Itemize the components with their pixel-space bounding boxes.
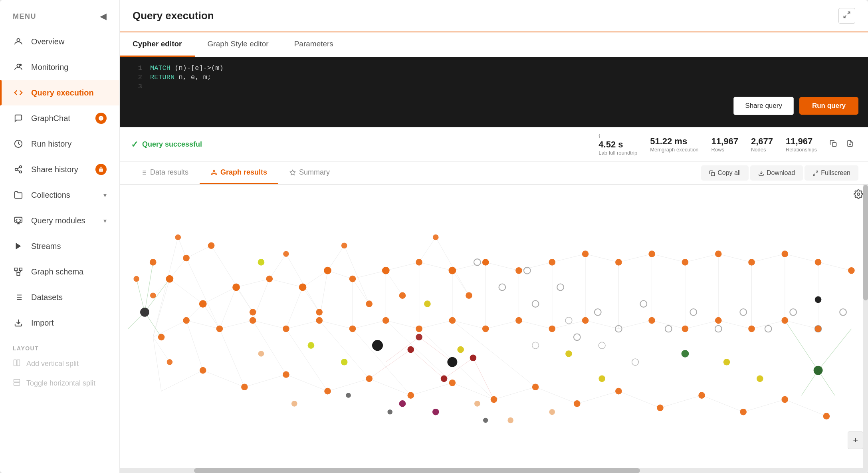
metric-rows: 11,967 Rows (711, 136, 738, 153)
tab-summary[interactable]: Summary (278, 162, 341, 184)
sidebar-item-import[interactable]: Import (0, 310, 119, 336)
svg-point-266 (748, 259, 755, 266)
svg-point-213 (407, 346, 414, 353)
metric-nodes: 2,677 Nodes (751, 136, 773, 153)
sidebar-item-overview[interactable]: Overview (0, 29, 119, 54)
sidebar-item-query-execution[interactable]: Query execution (0, 80, 119, 105)
svg-rect-22 (14, 360, 17, 366)
query-execution-icon (13, 87, 24, 98)
svg-point-4 (20, 166, 22, 168)
svg-point-249 (532, 384, 539, 390)
graph-zoom-button[interactable]: + (848, 431, 863, 449)
svg-point-173 (166, 275, 174, 283)
svg-line-26 (848, 12, 850, 14)
svg-point-280 (757, 376, 763, 382)
svg-point-193 (283, 326, 289, 332)
graph-visualization (120, 185, 868, 473)
svg-point-176 (175, 235, 181, 240)
svg-point-251 (549, 326, 555, 332)
sidebar-item-run-history[interactable]: Run history (0, 131, 119, 157)
metric-label-memgraph: Memgraph execution (650, 147, 698, 153)
svg-point-260 (682, 259, 689, 266)
sidebar-item-query-modules[interactable]: Query modules ▾ (0, 208, 119, 233)
sidebar-item-streams[interactable]: Streams (0, 233, 119, 259)
sidebar-item-label-share-history: Share history (31, 165, 95, 174)
sidebar-collapse-button[interactable]: ◀ (100, 11, 107, 22)
svg-point-248 (515, 317, 522, 324)
tab-graph-results[interactable]: Graph results (200, 162, 278, 184)
fullscreen-graph-button[interactable]: Fullscreen (805, 165, 858, 181)
share-query-button[interactable]: Share query (733, 97, 794, 115)
graphchat-icon (13, 113, 24, 124)
layout-toggle-horizontal-split[interactable]: Toggle horizontal split (0, 374, 119, 393)
svg-point-263 (715, 250, 722, 257)
svg-rect-45 (711, 172, 715, 175)
metric-value-nodes: 2,677 (751, 136, 773, 147)
svg-point-212 (407, 392, 414, 399)
add-vertical-split-icon (13, 359, 21, 369)
svg-point-255 (615, 259, 622, 266)
tab-cypher-editor[interactable]: Cypher editor (120, 32, 195, 57)
status-bar: ✓ Query successful ℹ 4.52 s Lab full rou… (120, 127, 868, 162)
svg-point-253 (582, 250, 589, 257)
svg-rect-13 (17, 273, 20, 275)
metric-value-relationships: 11,967 (786, 136, 813, 147)
graph-scrollbar-vertical[interactable] (863, 185, 868, 473)
svg-point-211 (399, 292, 406, 299)
metric-label-roundtrip: Lab full roundtrip (598, 150, 637, 156)
results-tab-actions: Copy all Download Fullscreen (701, 165, 858, 181)
sidebar-item-graphchat[interactable]: GraphChat (0, 105, 119, 131)
svg-point-267 (748, 326, 755, 332)
svg-rect-49 (120, 204, 868, 454)
svg-point-186 (167, 359, 173, 365)
svg-point-264 (715, 317, 722, 324)
collections-icon (13, 189, 24, 201)
streams-icon (13, 240, 24, 252)
svg-rect-28 (832, 143, 836, 147)
fullscreen-button[interactable] (838, 8, 855, 24)
sidebar-item-label-graphchat: GraphChat (31, 114, 95, 123)
svg-point-261 (682, 326, 689, 332)
run-query-button[interactable]: Run query (799, 97, 858, 115)
sidebar-item-monitoring[interactable]: Monitoring (0, 54, 119, 80)
tab-data-results[interactable]: Data results (129, 162, 200, 184)
svg-point-1 (17, 64, 20, 67)
layout-add-vertical-split[interactable]: Add vertical split (0, 354, 119, 374)
svg-point-265 (740, 409, 747, 415)
download-button[interactable]: Download (750, 165, 803, 181)
tab-graph-style-editor[interactable]: Graph Style editor (195, 32, 281, 57)
sidebar-item-graph-schema[interactable]: Graph schema (0, 259, 119, 284)
sidebar-item-label-streams: Streams (31, 242, 107, 251)
sidebar-item-datasets[interactable]: Datasets (0, 284, 119, 310)
download-label: Download (767, 169, 795, 177)
graph-scrollbar-horizontal[interactable] (120, 468, 863, 473)
svg-point-200 (341, 359, 348, 366)
svg-point-262 (698, 392, 705, 399)
graph-canvas[interactable]: + (120, 185, 868, 473)
svg-rect-24 (14, 380, 20, 382)
share-history-icon (13, 164, 24, 175)
svg-point-196 (316, 309, 323, 316)
svg-rect-25 (14, 383, 20, 386)
svg-point-272 (815, 326, 822, 332)
sidebar-menu-label: MENU (13, 12, 36, 21)
tab-parameters[interactable]: Parameters (281, 32, 346, 57)
sidebar-item-label-query-modules: Query modules (31, 216, 103, 225)
status-open-button[interactable] (843, 138, 857, 151)
sidebar-item-collections[interactable]: Collections ▾ (0, 182, 119, 208)
svg-point-0 (17, 39, 20, 42)
svg-line-27 (844, 16, 846, 18)
svg-point-276 (682, 350, 689, 358)
graph-settings-button[interactable] (854, 189, 863, 201)
code-editor[interactable]: 1 MATCH (n)-[e]->(m) 2 RETURN n, e, m; 3 (120, 57, 868, 127)
status-copy-button[interactable] (826, 138, 840, 151)
metric-value-rows: 11,967 (711, 136, 738, 147)
copy-all-button[interactable]: Copy all (701, 165, 749, 181)
svg-point-225 (466, 292, 472, 299)
sidebar-item-share-history[interactable]: Share history (0, 157, 119, 182)
svg-point-6 (20, 171, 22, 173)
svg-point-271 (815, 259, 822, 266)
svg-point-209 (382, 267, 390, 274)
sidebar-item-label-datasets: Datasets (31, 293, 107, 302)
svg-point-295 (815, 296, 822, 303)
